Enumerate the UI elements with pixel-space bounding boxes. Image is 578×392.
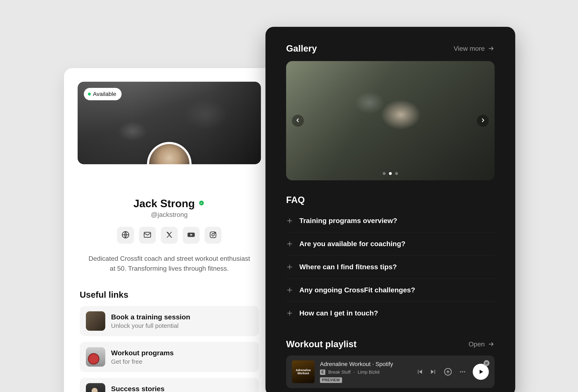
svg-point-5 [214,233,215,234]
link-title: Workout programs [111,349,174,357]
faq-question: Are you available for coaching? [299,240,405,248]
useful-links-list: Book a training session Unlock your full… [78,306,261,392]
view-more-label: View more [454,45,485,52]
now-playing-title: Adrenaline Workout · Spotify [320,361,411,367]
link-sub: Unlock your full potential [111,322,190,329]
faq-title: FAQ [286,195,495,205]
gallery-carousel [286,61,495,180]
faq-item[interactable]: Are you available for coaching? [286,232,495,256]
faq-question: Where can I find fitness tips? [299,263,397,271]
gallery-dot[interactable] [383,172,385,175]
cover-image: Available [78,82,261,164]
link-book-session[interactable]: Book a training session Unlock your full… [80,306,259,336]
chevron-right-icon [480,117,486,124]
social-email[interactable] [139,227,156,244]
social-youtube[interactable] [183,227,200,244]
plus-icon [286,240,293,247]
detail-card: Gallery View more FAQ Training programs … [265,27,515,392]
playlist-header: Workout playlist Open [286,339,495,349]
plus-icon [286,263,293,270]
next-track-button[interactable] [430,368,437,375]
instagram-icon [209,230,217,240]
useful-links-title: Useful links [78,290,261,300]
link-texts: Workout programs Get for free [111,349,174,365]
link-success-stories[interactable]: Success stories Stories from my clients [80,378,259,392]
track-row: E Break Stuff · Limp Bizkit [320,370,411,375]
plus-icon [286,217,293,224]
availability-label: Available [93,91,116,97]
link-thumb [86,311,105,331]
svg-point-8 [460,371,461,372]
svg-point-10 [464,371,465,372]
link-title: Book a training session [111,313,190,321]
verified-badge-icon [198,200,205,207]
player-info: Adrenaline Workout · Spotify E Break Stu… [320,361,411,383]
prev-track-button[interactable] [416,368,423,375]
faq-item[interactable]: Any ongoing CrossFit challenges? [286,278,495,302]
social-website[interactable] [117,227,134,244]
player-controls [416,364,489,380]
faq-question: Any ongoing CrossFit challenges? [299,286,415,294]
album-art: Adrenaline Workout [292,360,315,383]
profile-card: Available Jack Strong @jackstrong Dedica… [64,68,275,392]
status-dot-icon [88,93,91,95]
faq-question: How can I get in touch? [299,309,378,317]
plus-icon [286,310,293,317]
social-x[interactable] [161,227,178,244]
more-button[interactable] [459,368,466,375]
link-thumb [86,383,105,392]
arrow-right-icon [487,45,495,52]
link-texts: Book a training session Unlock your full… [111,313,190,329]
spotify-icon[interactable] [483,360,490,367]
faq-item[interactable]: Training programs overview? [286,209,495,232]
faq-question: Training programs overview? [299,217,397,225]
faq-item[interactable]: Where can I find fitness tips? [286,256,495,278]
link-title: Success stories [111,385,174,392]
album-line2: Workout [297,372,309,375]
plus-icon [286,287,293,294]
x-icon [165,230,174,240]
track-separator: · [353,370,355,375]
track-artist: Limp Bizkit [358,370,380,375]
view-more-link[interactable]: View more [454,45,495,52]
open-label: Open [469,341,485,348]
faq-item[interactable]: How can I get in touch? [286,302,495,325]
link-thumb [86,347,105,367]
spotify-player: Adrenaline Workout Adrenaline Workout · … [286,355,495,388]
arrow-right-icon [487,341,495,348]
gallery-next-button[interactable] [477,115,489,127]
social-row [78,227,261,244]
album-line1: Adrenaline [296,369,311,372]
gallery-title: Gallery [286,43,317,54]
availability-badge: Available [84,88,122,100]
link-workout-programs[interactable]: Workout programs Get for free [80,342,259,372]
mail-icon [143,230,152,240]
svg-point-9 [462,371,463,372]
preview-badge: PREVIEW [320,377,342,383]
gallery-prev-button[interactable] [292,115,304,127]
link-sub: Get for free [111,358,174,365]
globe-icon [121,230,130,240]
gallery-header: Gallery View more [286,43,495,54]
track-name: Break Stuff [328,370,350,375]
svg-point-4 [212,234,214,236]
profile-handle: @jackstrong [78,211,261,218]
faq-list: Training programs overview? Are you avai… [286,209,495,325]
explicit-badge: E [320,370,325,375]
gallery-dot[interactable] [395,172,398,175]
profile-name: Jack Strong [133,197,195,210]
avatar-ring [147,142,192,164]
add-button[interactable] [443,367,452,376]
youtube-icon [187,230,195,240]
gallery-dots [383,172,398,175]
playlist-title: Workout playlist [286,339,356,349]
profile-bio: Dedicated Crossfit coach and street work… [78,254,261,273]
profile-name-row: Jack Strong [78,197,261,210]
chevron-left-icon [295,117,301,124]
link-texts: Success stories Stories from my clients [111,385,174,392]
open-link[interactable]: Open [469,341,495,348]
social-instagram[interactable] [205,227,222,244]
gallery-dot[interactable] [389,172,392,175]
avatar[interactable] [149,144,190,164]
